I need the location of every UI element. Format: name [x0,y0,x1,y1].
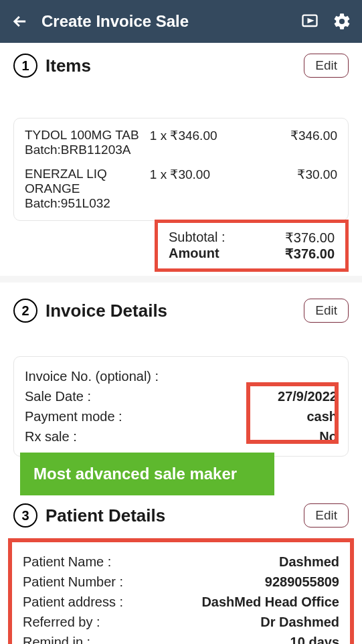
rx-sale-label: Rx sale : [25,426,319,447]
detail-row: Remind in : 10 days [23,632,339,644]
cast-icon[interactable] [300,12,319,31]
item-total: ₹346.00 [254,128,337,157]
page-title: Create Invoice Sale [41,12,300,31]
patient-number-value: 9289055809 [265,572,339,592]
item-name-col: ENERZAL LIQ ORANGE Batch:951L032 [25,167,150,211]
subtotal-highlight-box: Subtotal : ₹376.00 Amount ₹376.00 [155,220,349,272]
header-actions [300,12,351,31]
section-divider [0,276,362,283]
patient-address-label: Patient address : [23,592,201,612]
remind-in-value: 10 days [290,632,339,644]
patient-name-label: Patient Name : [23,552,279,572]
subtotal-row: Subtotal : ₹376.00 [169,230,335,246]
item-name: ENERZAL LIQ ORANGE [25,167,150,196]
payment-mode-label: Payment mode : [25,406,306,426]
detail-row: Invoice No. (optional) : [25,366,337,386]
patient-section: 3 Patient Details Edit [0,499,362,528]
rx-sale-value: No [319,426,337,447]
subtotal-wrapper: Subtotal : ₹376.00 Amount ₹376.00 [13,221,349,272]
detail-row: Sale Date : 27/9/2022 [25,386,337,406]
patient-address-value: DashMed Head Office [201,592,339,612]
invoice-section-header: 2 Invoice Details Edit [13,299,349,323]
invoice-title: Invoice Details [46,301,304,321]
item-row: TYDOL 100MG TAB Batch:BRB11203A 1 x ₹346… [25,128,337,157]
items-title: Items [46,56,304,76]
step-badge-3: 3 [13,503,37,528]
invoice-section: 2 Invoice Details Edit [0,283,362,323]
detail-row: Patient Number : 9289055809 [23,572,339,592]
item-name: TYDOL 100MG TAB [25,128,150,143]
items-edit-button[interactable]: Edit [304,54,349,78]
promo-banner: Most advanced sale maker [20,453,274,495]
referred-by-value: Dr Dashmed [260,612,339,632]
referred-by-label: Referred by : [23,612,260,632]
invoice-edit-button[interactable]: Edit [304,299,349,323]
items-card-wrapper: TYDOL 100MG TAB Batch:BRB11203A 1 x ₹346… [0,91,362,272]
item-name-col: TYDOL 100MG TAB Batch:BRB11203A [25,128,150,157]
subtotal-value: ₹376.00 [285,230,335,246]
subtotal-label: Subtotal : [169,230,225,246]
invoice-card: Invoice No. (optional) : Sale Date : 27/… [13,356,349,457]
invoice-no-label: Invoice No. (optional) : [25,366,337,386]
sale-date-label: Sale Date : [25,386,278,406]
remind-in-label: Remind in : [23,632,290,644]
amount-row: Amount ₹376.00 [169,246,335,262]
patient-title: Patient Details [46,505,304,526]
amount-value: ₹376.00 [285,246,335,262]
item-batch: Batch:951L032 [25,196,150,211]
gear-icon[interactable] [333,12,351,31]
step-badge-1: 1 [13,54,37,78]
detail-row: Patient Name : Dashmed [23,552,339,572]
back-arrow-icon[interactable] [11,12,29,31]
app-header: Create Invoice Sale [0,0,362,43]
item-row: ENERZAL LIQ ORANGE Batch:951L032 1 x ₹30… [25,167,337,211]
items-section-header: 1 Items Edit [13,54,349,78]
patient-edit-button[interactable]: Edit [304,503,349,528]
item-qty: 1 x ₹30.00 [150,167,254,211]
item-qty: 1 x ₹346.00 [150,128,254,157]
detail-row: Payment mode : cash [25,406,337,426]
amount-label: Amount [169,246,219,262]
detail-row: Patient address : DashMed Head Office [23,592,339,612]
item-total: ₹30.00 [254,167,337,211]
detail-row: Rx sale : No [25,426,337,447]
sale-date-value: 27/9/2022 [278,386,337,406]
items-card: TYDOL 100MG TAB Batch:BRB11203A 1 x ₹346… [13,118,349,221]
patient-number-label: Patient Number : [23,572,265,592]
invoice-card-wrapper: Invoice No. (optional) : Sale Date : 27/… [0,336,362,457]
patient-name-value: Dashmed [279,552,339,572]
payment-mode-value: cash [306,406,337,426]
item-batch: Batch:BRB11203A [25,143,150,157]
items-section: 1 Items Edit [0,43,362,78]
patient-highlight-card: Patient Name : Dashmed Patient Number : … [8,538,354,644]
step-badge-2: 2 [13,299,37,323]
detail-row: Referred by : Dr Dashmed [23,612,339,632]
patient-section-header: 3 Patient Details Edit [13,503,349,528]
